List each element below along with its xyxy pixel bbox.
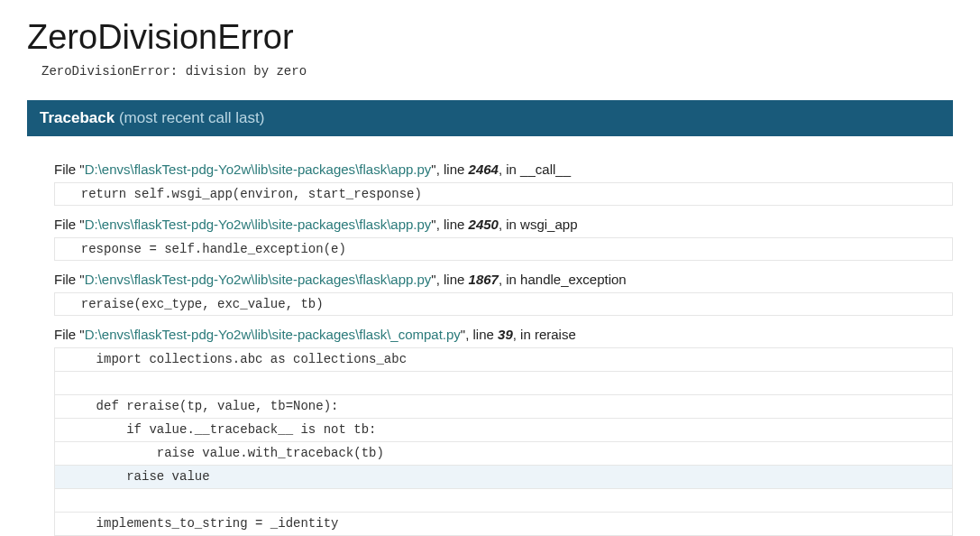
path-segment[interactable]: D: <box>85 272 98 287</box>
path-segment[interactable]: D: <box>85 327 98 342</box>
code-line[interactable]: raise value.with_traceback(tb) <box>54 441 953 465</box>
path-segment[interactable]: \flaskTest-pdg-Yo2w <box>131 272 252 287</box>
code-line[interactable]: if value.__traceback__ is not tb: <box>54 418 953 441</box>
traceback-frame[interactable]: File "D:\envs\flaskTest-pdg-Yo2w\lib\sit… <box>54 268 953 316</box>
frame-path: D:\envs\flaskTest-pdg-Yo2w\lib\site-pack… <box>85 272 432 287</box>
path-segment[interactable]: \site-packages <box>268 162 355 177</box>
frame-lineno: 2464 <box>469 162 499 177</box>
frame-lineno: 1867 <box>469 272 499 287</box>
file-prefix: File " <box>54 217 85 232</box>
file-prefix: File " <box>54 162 85 177</box>
path-segment[interactable]: \app.py <box>387 272 431 287</box>
file-prefix: File " <box>54 327 85 342</box>
path-segment[interactable]: D: <box>85 217 98 232</box>
frame-head: File "D:\envs\flaskTest-pdg-Yo2w\lib\sit… <box>54 323 953 347</box>
code-line[interactable]: response = self.handle_exception(e) <box>54 237 953 261</box>
path-segment[interactable]: D: <box>85 162 98 177</box>
path-segment[interactable]: \lib <box>251 272 268 287</box>
path-segment[interactable]: \envs <box>98 327 131 342</box>
traceback-frames: File "D:\envs\flaskTest-pdg-Yo2w\lib\sit… <box>27 136 953 536</box>
traceback-frame[interactable]: File "D:\envs\flaskTest-pdg-Yo2w\lib\sit… <box>54 213 953 261</box>
path-segment[interactable]: \flask <box>355 272 387 287</box>
code-line[interactable]: def reraise(tp, value, tb=None): <box>54 394 953 418</box>
path-segment[interactable]: \flaskTest-pdg-Yo2w <box>131 327 252 342</box>
path-segment[interactable]: \app.py <box>387 217 431 232</box>
code-line[interactable]: reraise(exc_type, exc_value, tb) <box>54 292 953 316</box>
frame-funcname: __call__ <box>520 162 571 177</box>
frame-funcname: wsgi_app <box>520 217 577 232</box>
frame-path: D:\envs\flaskTest-pdg-Yo2w\lib\site-pack… <box>85 162 432 177</box>
code-line[interactable] <box>54 488 953 512</box>
traceback-frame[interactable]: File "D:\envs\flaskTest-pdg-Yo2w\lib\sit… <box>54 158 953 206</box>
in-label: , in <box>499 217 520 232</box>
path-segment[interactable]: \lib <box>251 162 268 177</box>
path-segment[interactable]: \envs <box>98 217 131 232</box>
traceback-header: Traceback (most recent call last) <box>27 100 953 136</box>
path-segment[interactable]: \lib <box>251 217 268 232</box>
path-segment[interactable]: \flaskTest-pdg-Yo2w <box>131 217 252 232</box>
line-label: ", line <box>461 327 498 342</box>
traceback-label: Traceback <box>40 109 114 126</box>
code-block: import collections.abc as collections_ab… <box>54 347 953 536</box>
code-line[interactable] <box>54 371 953 394</box>
path-segment[interactable]: \flaskTest-pdg-Yo2w <box>131 162 252 177</box>
traceback-sublabel: (most recent call last) <box>119 109 265 126</box>
code-line[interactable]: implements_to_string = _identity <box>54 512 953 535</box>
code-line[interactable]: import collections.abc as collections_ab… <box>54 347 953 371</box>
in-label: , in <box>499 272 520 287</box>
frame-head: File "D:\envs\flaskTest-pdg-Yo2w\lib\sit… <box>54 158 953 182</box>
path-segment[interactable]: \_compat.py <box>387 327 461 342</box>
path-segment[interactable]: \flask <box>355 217 387 232</box>
frame-funcname: reraise <box>535 327 576 342</box>
frame-path: D:\envs\flaskTest-pdg-Yo2w\lib\site-pack… <box>85 327 461 342</box>
file-prefix: File " <box>54 272 85 287</box>
line-label: ", line <box>431 217 468 232</box>
error-summary: ZeroDivisionError: division by zero <box>27 64 953 79</box>
path-segment[interactable]: \app.py <box>387 162 431 177</box>
frame-head: File "D:\envs\flaskTest-pdg-Yo2w\lib\sit… <box>54 213 953 237</box>
path-segment[interactable]: \flask <box>355 162 387 177</box>
line-label: ", line <box>431 272 468 287</box>
path-segment[interactable]: \site-packages <box>268 217 355 232</box>
code-block: reraise(exc_type, exc_value, tb) <box>54 292 953 316</box>
frame-path: D:\envs\flaskTest-pdg-Yo2w\lib\site-pack… <box>85 217 432 232</box>
code-block: return self.wsgi_app(environ, start_resp… <box>54 182 953 206</box>
path-segment[interactable]: \flask <box>355 327 387 342</box>
traceback-frame[interactable]: File "D:\envs\flaskTest-pdg-Yo2w\lib\sit… <box>54 323 953 536</box>
in-label: , in <box>499 162 520 177</box>
frame-lineno: 2450 <box>469 217 499 232</box>
in-label: , in <box>513 327 535 342</box>
frame-lineno: 39 <box>498 327 513 342</box>
path-segment[interactable]: \lib <box>251 327 268 342</box>
code-line[interactable]: return self.wsgi_app(environ, start_resp… <box>54 182 953 206</box>
code-line[interactable]: raise value <box>54 465 953 488</box>
frame-head: File "D:\envs\flaskTest-pdg-Yo2w\lib\sit… <box>54 268 953 292</box>
error-page: ZeroDivisionError ZeroDivisionError: div… <box>0 0 980 536</box>
code-block: response = self.handle_exception(e) <box>54 237 953 261</box>
path-segment[interactable]: \site-packages <box>268 327 355 342</box>
path-segment[interactable]: \site-packages <box>268 272 355 287</box>
error-title: ZeroDivisionError <box>27 18 953 57</box>
path-segment[interactable]: \envs <box>98 272 131 287</box>
line-label: ", line <box>431 162 468 177</box>
frame-funcname: handle_exception <box>520 272 627 287</box>
path-segment[interactable]: \envs <box>98 162 131 177</box>
